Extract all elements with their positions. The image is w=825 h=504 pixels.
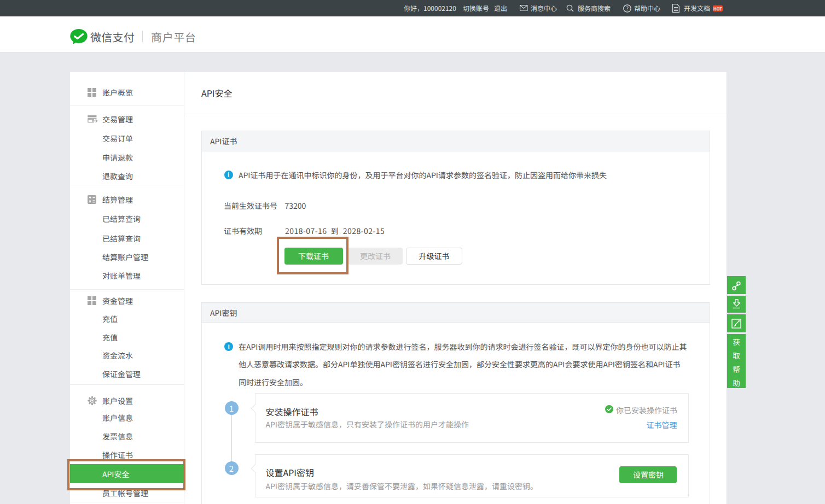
svg-text:?: ?: [626, 4, 629, 12]
